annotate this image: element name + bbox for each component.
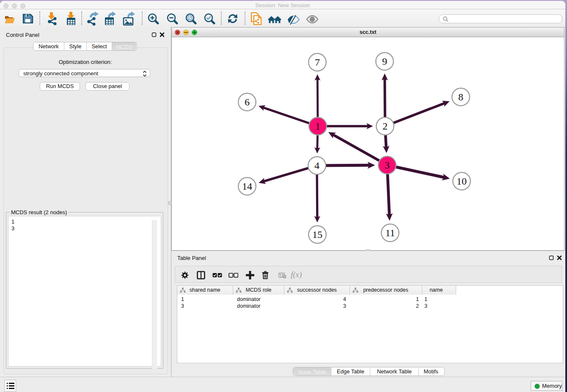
svg-text:11: 11 [385,227,395,238]
svg-text:2: 2 [383,121,388,132]
svg-text:1: 1 [315,121,320,132]
svg-text:9: 9 [382,56,387,67]
svg-text:15: 15 [312,229,322,240]
svg-text:f(x): f(x) [291,271,302,279]
svg-text:14: 14 [242,181,252,192]
svg-text:3: 3 [385,160,390,171]
svg-text:8: 8 [458,91,463,102]
svg-text:10: 10 [457,176,467,187]
svg-text:4: 4 [314,160,319,171]
svg-text:7: 7 [315,57,320,68]
svg-text:6: 6 [245,97,250,108]
